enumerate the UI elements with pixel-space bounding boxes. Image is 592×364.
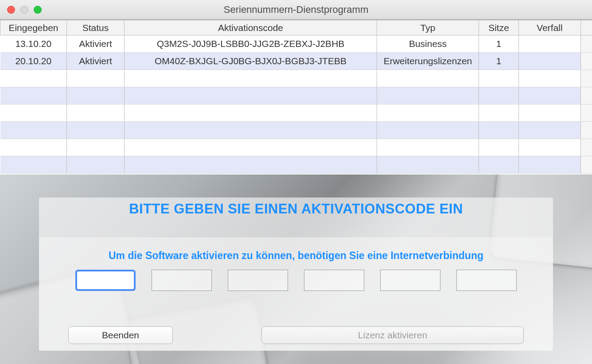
activation-segment-3[interactable] [228,270,288,291]
quit-button[interactable]: Beenden [68,326,173,344]
table-row-empty [0,156,592,174]
cell-entered: 20.10.20 [0,53,67,70]
table-row-empty [0,139,592,156]
cell-entered: 13.10.20 [0,35,67,53]
activation-title: BITTE GEBEN SIE EINEN AKTIVATIONSCODE EI… [129,201,463,217]
activation-segment-1[interactable] [75,270,136,291]
table-row[interactable]: 20.10.20 Aktiviert OM40Z-BXJGL-GJ0BG-BJX… [0,53,592,70]
activation-segment-2[interactable] [152,270,212,291]
license-table: Eingegeben Status Aktivationscode Typ Si… [0,19,592,174]
activation-segment-6[interactable] [456,270,517,291]
cell-expiry [519,35,581,53]
close-window-button[interactable] [7,6,15,14]
table-row[interactable]: 13.10.20 Aktiviert Q3M2S-J0J9B-LSBB0-JJG… [0,35,592,53]
col-header-code[interactable]: Aktivationscode [125,20,377,35]
table-row-empty [0,105,592,122]
cell-type: Erweiterungslizenzen [377,53,479,70]
activation-subtitle: Um die Software aktivieren zu können, be… [39,250,553,262]
col-header-seats[interactable]: Sitze [479,20,519,35]
cell-type: Business [377,35,479,53]
titlebar: Seriennummern-Dienstprogramm [0,0,592,19]
cell-seats: 1 [479,35,519,53]
activation-segment-5[interactable] [380,270,440,291]
table-header-row: Eingegeben Status Aktivationscode Typ Si… [0,20,592,35]
scroll-gutter [581,35,592,53]
activation-segment-4[interactable] [304,270,364,291]
activation-area: BITTE GEBEN SIE EINEN AKTIVATIONSCODE EI… [0,174,592,364]
activate-license-button[interactable]: Lizenz aktivieren [261,326,524,344]
cell-expiry [519,53,581,70]
minimize-window-button[interactable] [20,6,28,14]
scroll-gutter [581,53,592,70]
cell-status: Aktiviert [67,53,125,70]
col-header-status[interactable]: Status [67,20,125,35]
cell-status: Aktiviert [67,35,125,53]
col-header-entered[interactable]: Eingegeben [0,20,67,35]
col-header-expiry[interactable]: Verfall [519,20,581,35]
col-header-scrollgutter [581,20,592,35]
table-row-empty [0,70,592,87]
activation-panel: BITTE GEBEN SIE EINEN AKTIVATIONSCODE EI… [39,197,553,351]
traffic-lights [7,6,42,14]
cell-seats: 1 [479,53,519,70]
zoom-window-button[interactable] [34,6,42,14]
table-row-empty [0,122,592,139]
table-row-empty [0,87,592,105]
col-header-type[interactable]: Typ [377,20,479,35]
cell-code: OM40Z-BXJGL-GJ0BG-BJX0J-BGBJ3-JTEBB [125,53,377,70]
window-title: Seriennummern-Dienstprogramm [0,4,592,15]
activation-code-inputs [39,270,553,291]
cell-code: Q3M2S-J0J9B-LSBB0-JJG2B-ZEBXJ-J2BHB [125,35,377,53]
